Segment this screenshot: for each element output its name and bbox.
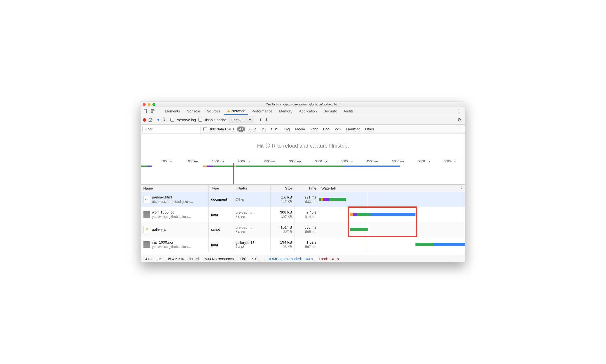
table-row[interactable]: cat_1600.jpgyoavweiss.github.io/ima…jpeg… (141, 237, 465, 252)
col-initiator[interactable]: Initiator (233, 185, 271, 192)
search-icon[interactable] (162, 117, 166, 122)
col-size[interactable]: Size (271, 185, 295, 192)
upload-har-icon[interactable]: ⬆ (259, 117, 262, 122)
filter-type-other[interactable]: Other (363, 127, 376, 131)
overview-segment (207, 166, 213, 167)
filter-toggle-icon[interactable]: ▾ (157, 117, 159, 122)
time-latency: 565 ms (305, 230, 316, 234)
timeline-tick: 6000 ms (444, 159, 456, 163)
tab-console[interactable]: Console (184, 107, 204, 115)
time-latency: 983 ms (305, 200, 316, 204)
time-latency: 567 ms (305, 245, 316, 249)
request-table: <>preload.htmlresponsive-preload.glitch…… (141, 192, 465, 255)
filter-type-media[interactable]: Media (293, 127, 307, 131)
table-row[interactable]: JSgallery.jsscriptpreload.htmlParser1014… (141, 222, 465, 237)
size-transferred: 308 KB (280, 210, 292, 214)
file-thumb-icon (143, 211, 150, 218)
size-resource: 193 KB (281, 245, 292, 249)
initiator-type: Script (235, 245, 254, 248)
filmstrip-hint: Hit ⌘ R to reload and capture filmstrip. (141, 134, 465, 158)
tab-sources[interactable]: Sources (204, 107, 224, 115)
initiator-type: Parser (235, 214, 255, 218)
table-header: Name Type Initiator Size Time Waterfall▲ (141, 185, 465, 192)
svg-rect-2 (153, 110, 155, 113)
request-domain: responsive-preload.glitch… (152, 200, 193, 204)
hide-data-urls-checkbox[interactable]: Hide data URLs (203, 127, 234, 131)
filter-type-img[interactable]: Img (282, 127, 292, 131)
filter-type-manifest[interactable]: Manifest (344, 127, 362, 131)
col-time[interactable]: Time (295, 185, 319, 192)
record-button[interactable] (143, 118, 146, 122)
filter-type-all[interactable]: All (237, 127, 245, 131)
time-total: 2.48 s (306, 210, 316, 214)
sort-indicator-icon: ▲ (460, 187, 462, 190)
filter-type-css[interactable]: CSS (269, 127, 280, 131)
size-transferred: 194 KB (280, 240, 292, 244)
initiator-link[interactable]: preload.html (235, 210, 255, 214)
tab-label: Network (232, 109, 245, 113)
disable-cache-checkbox[interactable]: Disable cache (198, 118, 226, 122)
settings-icon[interactable]: ⚙ (455, 116, 463, 124)
throttling-select[interactable]: Fast 3G▼ (229, 117, 254, 123)
waterfall-segment (323, 198, 329, 201)
device-toolbar-icon[interactable] (150, 108, 156, 114)
download-har-icon[interactable]: ⬇ (265, 117, 268, 122)
tab-network[interactable]: Network (224, 107, 248, 115)
tab-label: Performance (252, 109, 273, 113)
timeline-tick: 5000 ms (392, 159, 404, 163)
tab-elements[interactable]: Elements (161, 107, 184, 115)
initiator-link[interactable]: preload.html (235, 225, 255, 230)
filter-type-ws[interactable]: WS (333, 127, 343, 131)
chevron-down-icon: ▼ (249, 118, 252, 122)
tab-label: Application (299, 109, 317, 113)
filter-type-font[interactable]: Font (308, 127, 319, 131)
request-name: wolf_1600.jpg (152, 210, 191, 214)
col-name[interactable]: Name (141, 185, 209, 192)
request-type: jpeg (209, 237, 233, 252)
more-options-icon[interactable]: ⋮ (455, 108, 463, 115)
tab-audits[interactable]: Audits (340, 107, 357, 115)
timeline-tick: 3500 ms (315, 159, 327, 163)
tab-security[interactable]: Security (320, 107, 340, 115)
overview-segment (213, 166, 233, 167)
overview-marker[interactable] (233, 163, 234, 184)
size-resource: 1.5 KB (282, 200, 292, 204)
tab-memory[interactable]: Memory (276, 107, 296, 115)
waterfall-marker (368, 222, 368, 237)
table-row[interactable]: wolf_1600.jpgyoavweiss.github.io/ima…jpe… (141, 207, 465, 222)
size-resource: 307 KB (281, 215, 292, 219)
col-waterfall[interactable]: Waterfall▲ (319, 185, 465, 192)
col-type[interactable]: Type (209, 185, 233, 192)
filter-input[interactable] (142, 126, 200, 132)
overview-segment (141, 166, 148, 167)
waterfall-segment (415, 243, 434, 246)
waterfall-segment (319, 198, 321, 201)
clear-button[interactable] (149, 118, 152, 122)
inspect-element-icon[interactable] (143, 108, 149, 114)
titlebar: DevTools - responsive-preload.glitch.me/… (141, 102, 465, 107)
tab-application[interactable]: Application (296, 107, 320, 115)
table-row[interactable]: <>preload.htmlresponsive-preload.glitch…… (141, 192, 465, 207)
time-latency: 814 ms (305, 215, 316, 219)
request-type: script (209, 222, 233, 237)
size-resource: 827 B (283, 230, 292, 234)
tab-label: Sources (207, 109, 220, 113)
timeline-tick: 1500 ms (212, 159, 224, 163)
initiator-link[interactable]: gallery.js:18 (235, 240, 254, 245)
filter-type-doc[interactable]: Doc (321, 127, 331, 131)
overview-segment (150, 166, 152, 167)
timeline-tick: 2500 ms (263, 159, 276, 163)
time-total: 1.62 s (306, 240, 316, 244)
filter-type-js[interactable]: JS (259, 127, 268, 131)
waterfall-segment (434, 243, 465, 246)
timeline-tick: 2000 ms (238, 159, 250, 163)
tab-performance[interactable]: Performance (248, 107, 276, 115)
filter-type-xhr[interactable]: XHR (247, 127, 258, 131)
timeline-tick: 4000 ms (341, 159, 353, 163)
overview-segment (203, 166, 207, 167)
overview-timeline[interactable]: 500 ms1000 ms1500 ms2000 ms2500 ms3000 m… (141, 158, 465, 185)
tab-label: Audits (343, 109, 354, 113)
file-thumb-icon (143, 241, 150, 248)
waterfall-marker (368, 237, 368, 252)
preserve-log-checkbox[interactable]: Preserve log (171, 118, 196, 122)
